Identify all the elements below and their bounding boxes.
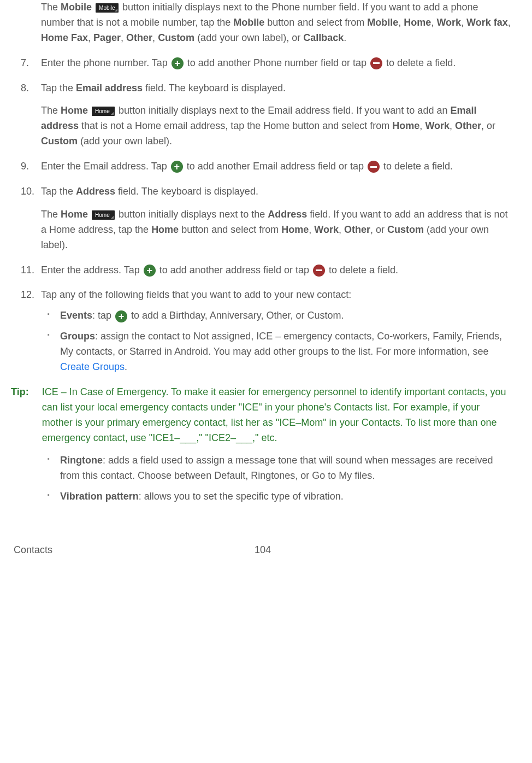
text-bold: Work <box>436 17 461 28</box>
text: field. The keyboard is displayed. <box>115 186 258 197</box>
text: button and select from <box>264 17 367 28</box>
step-8: 8. Tap the Email address field. The keyb… <box>11 81 513 150</box>
text: button and select from <box>179 224 281 235</box>
list-number: 8. <box>21 81 29 96</box>
home-button-icon: Home <box>92 107 115 116</box>
text-bold: Address <box>268 209 307 220</box>
bullet-ringtone: Ringtone: adds a field used to assign a … <box>41 453 513 484</box>
text: : assign the contact to Not assigned, IC… <box>60 331 502 357</box>
bullet-events: Events: tap + to add a Birthday, Anniver… <box>41 308 513 324</box>
text: that is not a Home email address, tap th… <box>79 120 392 131</box>
text: Enter the phone number. Tap <box>41 57 170 68</box>
text: field. The keyboard is displayed. <box>143 83 286 93</box>
text-bold: Mobile <box>61 2 92 13</box>
text: to add another Phone number field or tap <box>185 57 369 68</box>
text-bold: Groups <box>60 331 95 342</box>
text: button initially displays next to the Em… <box>119 105 450 116</box>
text: The <box>41 105 61 116</box>
text-bold: Home <box>404 17 431 28</box>
text: : allows you to set the specific type of… <box>139 491 344 502</box>
remove-icon <box>313 265 325 277</box>
page-footer: Contacts 104 <box>11 543 513 569</box>
text: The <box>41 209 61 220</box>
text-bold: Ringtone <box>60 455 103 466</box>
add-icon: + <box>115 310 127 322</box>
text: to add another Email address field or ta… <box>184 161 367 172</box>
remove-icon <box>368 161 380 173</box>
mobile-button-icon: Mobile <box>96 3 119 13</box>
text: to delete a field. <box>326 265 398 275</box>
text: to delete a field. <box>383 57 456 68</box>
text-bold: Events <box>60 310 92 321</box>
text-bold: Mobile <box>367 17 398 28</box>
text: (add your own label). <box>78 136 172 146</box>
text: to delete a field. <box>381 161 453 172</box>
text: Enter the Email address. Tap <box>41 161 170 172</box>
email-type-paragraph: The Home Home button initially displays … <box>41 103 513 149</box>
text: button initially displays next to the <box>119 209 268 220</box>
add-icon: + <box>171 161 183 173</box>
list-number: 9. <box>21 159 29 174</box>
text-bold: Work <box>425 120 450 131</box>
text: Tap any of the following fields that you… <box>41 289 351 300</box>
text-bold: Email address <box>76 83 143 93</box>
footer-section: Contacts <box>14 543 52 558</box>
home-button-icon: Home <box>92 210 115 220</box>
text-bold: Home <box>61 209 88 220</box>
text-bold: Address <box>76 186 115 197</box>
add-icon: + <box>144 265 156 277</box>
step-12: 12. Tap any of the following fields that… <box>11 287 513 374</box>
create-groups-link[interactable]: Create Groups <box>60 361 125 372</box>
address-type-paragraph: The Home Home button initially displays … <box>41 207 513 253</box>
tip-label-text: Tip: <box>11 386 29 397</box>
list-number: 7. <box>21 56 29 71</box>
text: to add another address field or tap <box>157 265 312 275</box>
step-7: 7. Enter the phone number. Tap + to add … <box>11 56 513 71</box>
text-bold: Home <box>392 120 419 131</box>
text: Tap the <box>41 186 76 197</box>
text: (add your own label), or <box>194 32 303 43</box>
text: The <box>41 2 61 13</box>
text: to add a Birthday, Anniversary, Other, o… <box>128 310 344 321</box>
bullet-groups: Groups: assign the contact to Not assign… <box>41 329 513 375</box>
text: . <box>125 361 127 372</box>
text-bold: Home <box>61 105 88 116</box>
text-bold: Other <box>344 224 370 235</box>
text-bold: Mobile <box>233 17 264 28</box>
text: : tap <box>92 310 114 321</box>
list-number: 10. <box>21 184 34 199</box>
text-bold: Other <box>455 120 481 131</box>
add-icon: + <box>172 57 184 69</box>
text: . <box>344 32 346 43</box>
tip-block: Tip: ICE – In Case of Emergency. To make… <box>11 385 513 446</box>
footer-page-number: 104 <box>255 543 271 558</box>
text-bold: Home <box>151 224 179 235</box>
text-bold: Home <box>281 224 309 235</box>
mobile-type-paragraph: The Mobile Mobile button initially displ… <box>11 0 513 46</box>
text-bold: Work <box>314 224 339 235</box>
step-9: 9. Enter the Email address. Tap + to add… <box>11 159 513 174</box>
text-bold: Custom <box>387 224 424 235</box>
text-bold: Pager <box>93 32 121 43</box>
text-bold: Custom <box>158 32 194 43</box>
step-10: 10. Tap the Address field. The keyboard … <box>11 184 513 253</box>
list-number: 11. <box>21 263 34 278</box>
text-bold: Vibration pattern <box>60 491 139 502</box>
list-number: 12. <box>21 287 34 303</box>
text: Tap the <box>41 83 76 93</box>
text-bold: Callback <box>303 32 344 43</box>
text-bold: Work fax <box>466 17 508 28</box>
text: Enter the address. Tap <box>41 265 143 275</box>
text-bold: Custom <box>41 136 78 146</box>
tip-body-text: ICE – In Case of Emergency. To make it e… <box>42 385 513 446</box>
text: : adds a field used to assign a message … <box>60 455 493 481</box>
remove-icon <box>370 57 382 69</box>
text-bold: Home Fax <box>41 32 88 43</box>
step-11: 11. Enter the address. Tap + to add anot… <box>11 263 513 278</box>
text-bold: Other <box>126 32 152 43</box>
bullet-vibration: Vibration pattern: allows you to set the… <box>41 489 513 504</box>
